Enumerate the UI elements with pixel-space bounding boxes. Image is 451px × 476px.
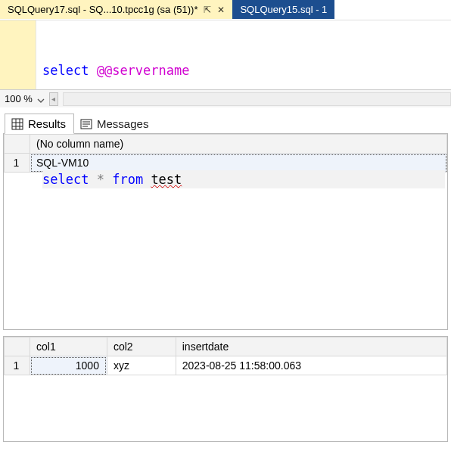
grid2-h1[interactable]: col1 xyxy=(30,338,107,356)
editor-gutter xyxy=(0,20,36,89)
grid2-table[interactable]: col1 col2 insertdate 1 1000 xyz 2023-08-… xyxy=(4,337,447,375)
document-tabstrip: SQLQuery17.sql - SQ...10.tpcc1g (sa (51)… xyxy=(0,0,451,20)
tab-label: SQLQuery15.sql - 1 xyxy=(240,4,327,15)
sql-editor: select @@servername go select * from tes… xyxy=(0,20,451,89)
zoom-value: 100 % xyxy=(5,93,33,104)
grid2-h2[interactable]: col2 xyxy=(107,338,176,356)
kw-select: select xyxy=(42,63,89,78)
close-icon[interactable]: ✕ xyxy=(217,5,225,15)
grid2-corner xyxy=(5,338,30,356)
kw-select2: select xyxy=(42,172,89,187)
pin-icon[interactable]: ⇱ xyxy=(204,5,211,15)
results-grid-icon xyxy=(11,118,23,130)
editor-text[interactable]: select @@servername go select * from tes… xyxy=(36,20,451,89)
grid2-rownum: 1 xyxy=(5,356,30,375)
tab-sqlquery17[interactable]: SQLQuery17.sql - SQ...10.tpcc1g (sa (51)… xyxy=(0,0,232,19)
var-servername: @@servername xyxy=(97,63,190,78)
kw-from: from xyxy=(112,172,143,187)
grid2-c1[interactable]: 1000 xyxy=(30,356,107,375)
ident-test: test xyxy=(151,172,182,187)
table-row[interactable]: 1 1000 xyz 2023-08-25 11:58:00.063 xyxy=(5,356,447,375)
grid2-c2[interactable]: xyz xyxy=(107,356,176,375)
svg-rect-0 xyxy=(12,119,23,129)
tab-results[interactable]: Results xyxy=(5,114,74,134)
grid1-corner xyxy=(5,135,30,154)
grid1-rownum: 1 xyxy=(5,154,30,173)
tab-sqlquery15[interactable]: SQLQuery15.sql - 1 xyxy=(232,0,334,19)
tab-results-label: Results xyxy=(28,117,66,130)
star: * xyxy=(97,172,104,187)
results-grid-2: col1 col2 insertdate 1 1000 xyz 2023-08-… xyxy=(3,336,448,442)
grid2-c3[interactable]: 2023-08-25 11:58:00.063 xyxy=(176,356,446,375)
grid2-h3[interactable]: insertdate xyxy=(176,338,446,356)
tab-label: SQLQuery17.sql - SQ...10.tpcc1g (sa (51)… xyxy=(8,4,198,15)
